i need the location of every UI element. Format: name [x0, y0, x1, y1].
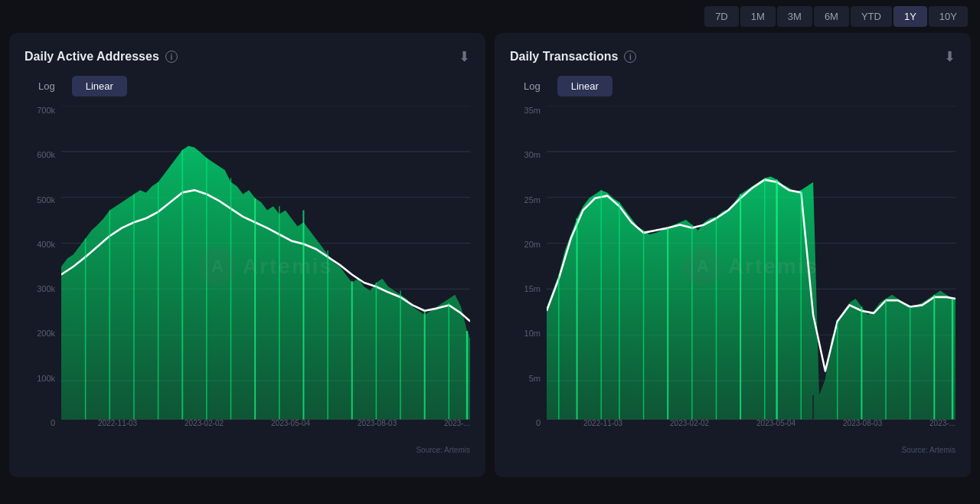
time-btn-7d[interactable]: 7D — [704, 6, 739, 27]
chart1-container: 700k 600k 500k 400k 300k 200k 100k 0 A A… — [24, 106, 470, 443]
y1-label-5: 200k — [24, 329, 55, 338]
time-range-bar: 7D 1M 3M 6M YTD 1Y 10Y — [0, 0, 980, 33]
card2-linear-btn[interactable]: Linear — [557, 76, 612, 97]
chart2-x-axis: 2022-11-03 2023-02-02 2023-05-04 2023-08… — [583, 419, 956, 427]
y2-label-7: 0 — [510, 418, 541, 427]
card1-linear-btn[interactable]: Linear — [72, 76, 127, 97]
chart2-area: 35m 30m 25m 20m 15m 10m 5m 0 A Artemis — [510, 106, 956, 443]
x2-label-1: 2023-02-02 — [670, 419, 709, 427]
chart2-container: 35m 30m 25m 20m 15m 10m 5m 0 A Artemis — [510, 106, 956, 443]
card1-log-btn[interactable]: Log — [24, 76, 69, 97]
card1-title-text: Daily Active Addresses — [24, 50, 159, 64]
chart2-y-axis: 35m 30m 25m 20m 15m 10m 5m 0 — [510, 106, 541, 443]
time-btn-6m[interactable]: 6M — [814, 6, 849, 27]
x1-label-4: 2023-... — [444, 419, 470, 427]
card1-download-icon[interactable]: ⬇ — [459, 48, 470, 65]
card1-header: Daily Active Addresses i ⬇ — [24, 48, 470, 65]
x2-label-0: 2022-11-03 — [583, 419, 622, 427]
chart1-y-axis: 700k 600k 500k 400k 300k 200k 100k 0 — [24, 106, 55, 443]
card2-download-icon[interactable]: ⬇ — [944, 48, 956, 65]
x1-label-3: 2023-08-03 — [358, 419, 397, 427]
y2-label-3: 20m — [510, 240, 541, 249]
x2-label-2: 2023-05-04 — [756, 419, 795, 427]
y1-label-1: 600k — [24, 150, 55, 159]
y2-label-2: 25m — [510, 195, 541, 205]
y2-label-1: 30m — [510, 150, 541, 159]
x2-label-4: 2023-... — [929, 419, 956, 427]
time-btn-3m[interactable]: 3M — [777, 6, 812, 27]
y2-label-5: 10m — [510, 329, 541, 338]
card2-title: Daily Transactions i — [510, 50, 636, 64]
chart2-plot: A Artemis — [547, 106, 956, 427]
y1-label-3: 400k — [24, 240, 55, 249]
daily-transactions-card: Daily Transactions i ⬇ Log Linear 35m 30… — [495, 33, 971, 477]
x1-label-1: 2023-02-02 — [185, 419, 224, 427]
card2-title-text: Daily Transactions — [510, 50, 618, 64]
card1-info-icon[interactable]: i — [165, 51, 178, 63]
card2-info-icon[interactable]: i — [624, 51, 636, 63]
card2-header: Daily Transactions i ⬇ — [510, 48, 956, 65]
time-btn-ytd[interactable]: YTD — [851, 6, 892, 27]
daily-active-addresses-card: Daily Active Addresses i ⬇ Log Linear 70… — [9, 33, 485, 477]
card2-toggle-group: Log Linear — [510, 76, 956, 97]
y1-label-0: 700k — [24, 106, 55, 115]
time-btn-10y[interactable]: 10Y — [929, 6, 968, 27]
chart2-svg — [547, 106, 956, 427]
time-btn-1m[interactable]: 1M — [740, 6, 776, 27]
chart1-svg — [61, 106, 470, 427]
chart1-x-axis: 2022-11-03 2023-02-02 2023-05-04 2023-08… — [98, 419, 470, 427]
card1-toggle-group: Log Linear — [24, 76, 470, 97]
card2-log-btn[interactable]: Log — [510, 76, 554, 97]
chart1-source: Source: Artemis — [24, 446, 470, 454]
y1-label-4: 300k — [24, 284, 55, 293]
y1-label-7: 0 — [24, 418, 55, 427]
card1-title: Daily Active Addresses i — [24, 50, 178, 64]
chart1-plot: A Artemis — [61, 106, 470, 427]
chart2-source: Source: Artemis — [510, 446, 956, 454]
y2-label-0: 35m — [510, 106, 541, 115]
y2-label-6: 5m — [510, 374, 541, 383]
x2-label-3: 2023-08-03 — [843, 419, 882, 427]
charts-row: Daily Active Addresses i ⬇ Log Linear 70… — [0, 33, 980, 477]
chart1-area: 700k 600k 500k 400k 300k 200k 100k 0 A A… — [24, 106, 470, 443]
x1-label-2: 2023-05-04 — [271, 419, 310, 427]
y1-label-6: 100k — [24, 374, 55, 383]
x1-label-0: 2022-11-03 — [98, 419, 137, 427]
time-btn-1y[interactable]: 1Y — [893, 6, 927, 27]
y1-label-2: 500k — [24, 195, 55, 205]
y2-label-4: 15m — [510, 284, 541, 293]
